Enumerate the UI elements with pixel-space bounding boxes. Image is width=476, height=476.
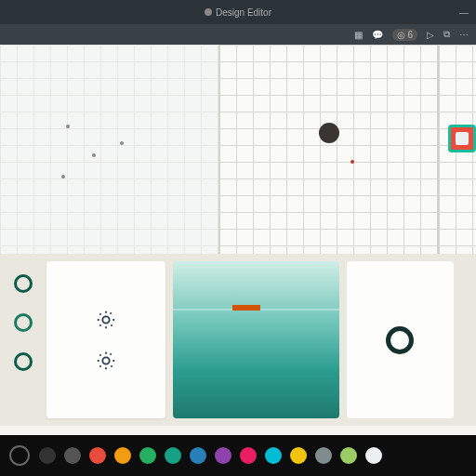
taskbar-app-blue[interactable] <box>190 447 206 464</box>
panel-left[interactable] <box>0 45 219 254</box>
gear-icon-1 <box>96 310 116 330</box>
control-ring-3[interactable] <box>14 352 33 371</box>
ocean-card[interactable] <box>173 261 339 418</box>
taskbar-app-teal[interactable] <box>165 447 181 464</box>
app-indicator-icon <box>205 8 212 16</box>
taskbar-start[interactable] <box>39 447 56 464</box>
taskbar-app-red[interactable] <box>89 447 106 464</box>
taskbar-app-pink[interactable] <box>240 447 257 464</box>
badge-count[interactable]: ◎6 <box>392 29 417 41</box>
taskbar-app-yellow[interactable] <box>290 447 307 464</box>
start-button[interactable] <box>9 445 30 466</box>
control-ring-1[interactable] <box>14 274 33 293</box>
big-ring-icon <box>386 326 414 354</box>
comment-icon[interactable]: 💬 <box>372 30 383 40</box>
grid-view-icon[interactable]: ▦ <box>354 30 363 40</box>
control-ring-2[interactable] <box>14 313 33 332</box>
panel-center[interactable] <box>219 45 439 254</box>
gear-icon-2 <box>96 350 116 371</box>
taskbar-app-lime[interactable] <box>340 447 357 464</box>
control-rail <box>7 261 39 418</box>
more-icon[interactable]: ⋯ <box>459 30 469 40</box>
taskbar-search[interactable] <box>64 447 81 464</box>
grid-row <box>0 45 476 254</box>
taskbar-app-green[interactable] <box>139 447 156 464</box>
taskbar-app-cyan[interactable] <box>265 447 282 464</box>
taskbar-app-purple[interactable] <box>215 447 231 464</box>
top-toolbar: ▦ 💬 ◎6 ▷ ⧉ ⋯ <box>0 24 476 45</box>
red-dot-icon <box>350 160 354 164</box>
ring-card[interactable] <box>347 261 454 418</box>
taskbar-app-gray[interactable] <box>315 447 332 464</box>
center-dot-icon[interactable] <box>319 123 339 143</box>
minimize-icon[interactable]: — <box>459 7 469 18</box>
taskbar-app-white[interactable] <box>365 447 382 464</box>
ship-icon <box>232 305 260 311</box>
window-titlebar: Design Editor — <box>0 0 476 24</box>
workspace <box>0 45 476 435</box>
card-row <box>0 254 476 426</box>
screen-icon[interactable]: ⧉ <box>443 29 450 40</box>
taskbar-app-orange[interactable] <box>114 447 131 464</box>
badge-value: 6 <box>407 30 413 40</box>
play-icon[interactable]: ▷ <box>427 30 434 40</box>
taskbar <box>0 435 476 476</box>
panel-right[interactable] <box>439 45 476 254</box>
app-title: Design Editor <box>216 7 271 18</box>
gear-card[interactable] <box>46 261 165 418</box>
chip-icon[interactable] <box>448 125 476 152</box>
